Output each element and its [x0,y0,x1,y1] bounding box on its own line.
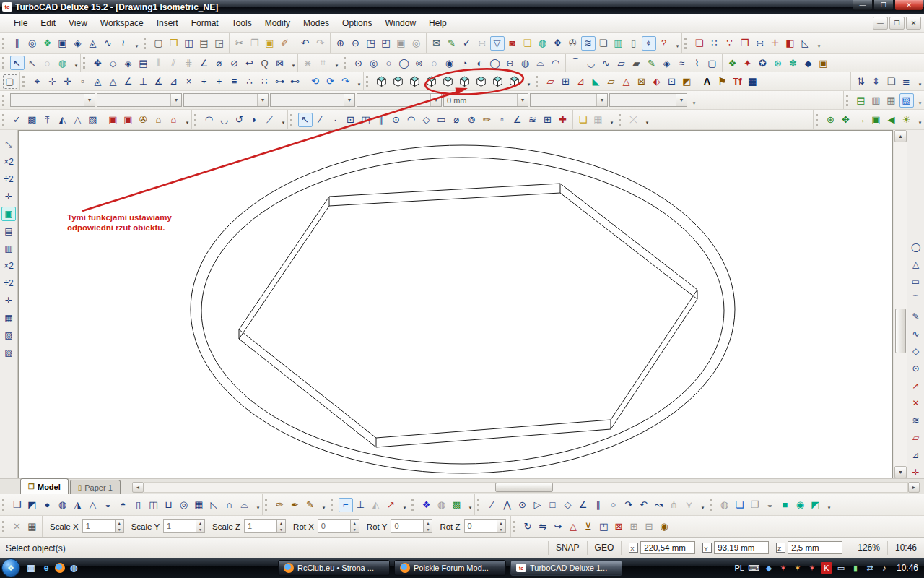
coordinate-value[interactable]: 220,54 mm [640,541,695,554]
grid-c-icon[interactable]: ▨ [1,345,16,360]
toolbar-overflow-icon[interactable]: ▾ [815,36,823,51]
step-back-icon[interactable]: ◀ [884,113,899,127]
render-start-icon[interactable]: ⊛ [824,113,838,127]
dim-parallel-icon[interactable]: ∥ [10,36,25,51]
anchor-icon[interactable]: ⊻ [581,519,596,534]
print-icon[interactable]: ▤ [197,36,212,51]
filled-circle-icon[interactable]: ◉ [443,56,457,70]
quick-measure-icon[interactable]: ≀ [116,36,131,51]
rect-round-icon[interactable]: ▢ [705,56,720,70]
hatch-box-icon[interactable]: ▩ [450,498,464,512]
no-fill-icon[interactable]: ⊠ [611,519,626,534]
torus-icon[interactable]: ⊔ [162,498,176,512]
spark-icon[interactable]: ✦ [741,56,755,70]
selection-info-table-icon[interactable]: ▦ [25,519,40,534]
menu-modify[interactable]: Modify [258,15,297,31]
select-tool-icon[interactable]: ↖ [10,56,25,70]
camera-icon[interactable]: ✇ [566,36,580,51]
send-mail-icon[interactable]: ✉ [430,36,444,51]
jog-icon[interactable]: ↩ [243,56,257,70]
workplane-by-face-icon[interactable]: ▱ [544,74,558,89]
arc-quadrant-icon[interactable]: ◔ [458,56,472,70]
list-icon[interactable]: ≣ [899,74,914,89]
draw-rect-icon[interactable]: ▭ [909,275,923,289]
construction-circle-icon[interactable]: ◌ [427,56,442,70]
gradient-icon[interactable]: ▥ [611,36,626,51]
sheet-stack-icon[interactable]: ❏ [884,74,899,89]
spinner-down-icon[interactable]: ▼ [279,527,283,532]
therefore-icon[interactable]: ∴ [243,74,257,89]
arc-ccw-icon[interactable]: ↶ [637,498,651,512]
spinner-down-icon[interactable]: ▼ [118,527,121,532]
circle-snap-icon[interactable]: ⊙ [389,113,404,127]
copy-icon[interactable]: ❐ [248,36,262,51]
pattern-box-icon[interactable]: ▨ [86,113,100,127]
plus-node-icon[interactable]: ✛ [1,293,16,308]
render-hidden-icon[interactable]: ▥ [869,93,884,108]
multi-line-icon[interactable]: ≋ [526,113,540,127]
snap-vertex-icon[interactable]: ⌖ [30,74,45,89]
coordinate-value[interactable]: 2,5 mm [788,541,842,554]
toolbar-overflow-icon[interactable]: ▾ [466,498,474,512]
combo-arrow-icon[interactable]: ▾ [676,94,687,106]
combo-arrow-icon[interactable]: ▾ [257,94,268,106]
add-node-icon[interactable]: + [212,74,227,89]
scatter-icon[interactable]: ∺ [753,36,767,51]
zoom-previous-icon[interactable]: ◎ [409,36,424,51]
pen-check-icon[interactable]: ✎ [445,36,459,51]
copy-array-icon[interactable]: ❏ [692,36,707,51]
ring-icon[interactable]: ⊚ [465,113,479,127]
swatch-icon[interactable]: ▣ [816,56,831,70]
vscroll-thumb[interactable] [895,309,906,353]
sphere-wire-icon[interactable]: ◍ [518,56,533,70]
tab-paper1[interactable]: ▯ Paper 1 [70,480,121,494]
orbit-cw-icon[interactable]: ⟳ [323,74,338,89]
spline-icon[interactable]: ↝ [652,498,666,512]
new-file-icon[interactable]: ▢ [152,36,166,51]
spinner-arrows[interactable]: ▲ ▼ [116,519,124,533]
dim-diamond-icon[interactable]: ◈ [71,36,85,51]
probe-b-icon[interactable]: ⊷ [288,74,302,89]
arc-rev-icon[interactable]: ↺ [232,113,247,127]
wave-icon[interactable]: ∿ [599,56,614,70]
cone-3d-icon[interactable]: ◮ [71,498,85,512]
rhomb-icon[interactable]: ◇ [419,113,434,127]
toolbar-overflow-icon[interactable]: ▾ [643,113,651,127]
snap-intersection-icon[interactable]: ⊹ [45,74,60,89]
spinner-up-icon[interactable]: ▲ [426,521,430,525]
folder-export-icon[interactable]: ❏ [520,36,535,51]
cone-tool-icon[interactable]: △ [71,113,85,127]
arc-tool-icon[interactable]: ◠ [404,113,419,127]
spinner-down-icon[interactable]: ▼ [426,527,430,532]
stack-icon[interactable]: ≡ [227,74,242,89]
cylinder-icon[interactable]: ◒ [101,498,116,512]
snap-slope-icon[interactable]: ⊿ [167,74,181,89]
grid-b-icon[interactable]: ▧ [1,328,16,342]
language-indicator[interactable]: PL [735,564,744,572]
edit-selection-icon[interactable]: ▢ [3,74,17,89]
mirror-handle-icon[interactable]: ⇋ [536,519,550,534]
circle-center-icon[interactable]: ⊙ [352,56,366,70]
toolbar-overflow-icon[interactable]: ▾ [916,93,924,108]
hscroll-thumb[interactable] [495,483,553,492]
gear-render-icon[interactable]: ⊛ [771,56,785,70]
snap-cross-icon[interactable]: ✛ [61,74,75,89]
alert-b-tray-icon[interactable]: ✶ [792,562,803,574]
parallel-tool-icon[interactable]: ∥ [591,498,606,512]
angle-a-icon[interactable]: ∠ [197,56,212,70]
pen-color-combo[interactable]: ▾ [10,93,95,107]
pen-snap-c-icon[interactable]: ✎ [303,498,318,512]
line-seg-icon[interactable]: ∕ [313,113,328,127]
extract-icon[interactable]: ❏ [596,36,611,51]
zoom-in-icon[interactable]: ⊕ [334,36,348,51]
print-preview-icon[interactable]: ◲ [212,36,227,51]
layers-boxed-icon[interactable]: ≋ [581,36,596,51]
taskbar-button-forum[interactable]: Polskie Forum Mod... [394,560,506,576]
spinner-down-icon[interactable]: ▼ [500,527,503,532]
arc-up-icon[interactable]: ◠ [202,113,217,127]
layers-a-icon[interactable]: ▤ [1,224,16,238]
render-flat-icon[interactable]: ▦ [884,93,899,108]
circle-3point-icon[interactable]: ◯ [397,56,411,70]
diamond-icon[interactable]: ◆ [801,56,816,70]
fill-red-icon[interactable]: ◙ [505,36,520,51]
